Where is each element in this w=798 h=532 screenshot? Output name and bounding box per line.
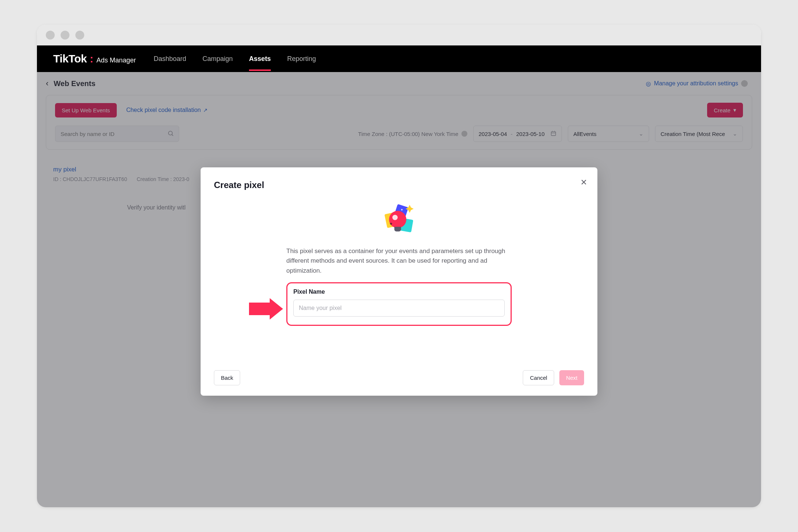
- window-dot: [61, 31, 69, 40]
- window-dot: [75, 31, 84, 40]
- nav-items: Dashboard Campaign Assets Reporting: [154, 55, 316, 63]
- pixel-name-highlight: Pixel Name: [286, 282, 512, 326]
- lightbulb-illustration-icon: + ✦: [214, 203, 584, 236]
- svg-text:+: +: [390, 221, 392, 226]
- svg-marker-13: [249, 298, 283, 320]
- pixel-name-label: Pixel Name: [293, 289, 505, 295]
- cancel-button[interactable]: Cancel: [523, 370, 554, 385]
- pixel-name-input[interactable]: [293, 300, 505, 317]
- svg-point-10: [392, 215, 398, 220]
- app-area: TikTok: Ads Manager Dashboard Campaign A…: [37, 45, 761, 507]
- close-icon[interactable]: ✕: [580, 178, 587, 187]
- nav-dashboard[interactable]: Dashboard: [154, 55, 186, 63]
- window-dot: [46, 31, 55, 40]
- brand-subtitle: Ads Manager: [96, 57, 136, 64]
- svg-text:✦: ✦: [400, 208, 403, 212]
- browser-titlebar: [37, 25, 761, 45]
- top-nav: TikTok: Ads Manager Dashboard Campaign A…: [37, 45, 761, 72]
- modal-body: This pixel serves as a container for you…: [286, 246, 512, 326]
- nav-campaign[interactable]: Campaign: [202, 55, 233, 63]
- brand-colon-icon: :: [90, 52, 93, 65]
- modal-title: Create pixel: [214, 180, 584, 190]
- next-button[interactable]: Next: [559, 370, 584, 385]
- modal-footer: Back Cancel Next: [214, 370, 584, 385]
- footer-right: Cancel Next: [523, 370, 584, 385]
- nav-reporting[interactable]: Reporting: [287, 55, 316, 63]
- modal-description: This pixel serves as a container for you…: [286, 246, 512, 276]
- browser-frame: TikTok: Ads Manager Dashboard Campaign A…: [37, 25, 761, 507]
- brand: TikTok: Ads Manager: [53, 52, 136, 65]
- back-button[interactable]: Back: [214, 370, 240, 385]
- create-pixel-modal: Create pixel ✕ + ✦ This pixel serves as …: [201, 167, 597, 396]
- callout-arrow-icon: [249, 298, 283, 321]
- brand-logo: TikTok: [53, 52, 87, 65]
- nav-assets[interactable]: Assets: [249, 55, 271, 63]
